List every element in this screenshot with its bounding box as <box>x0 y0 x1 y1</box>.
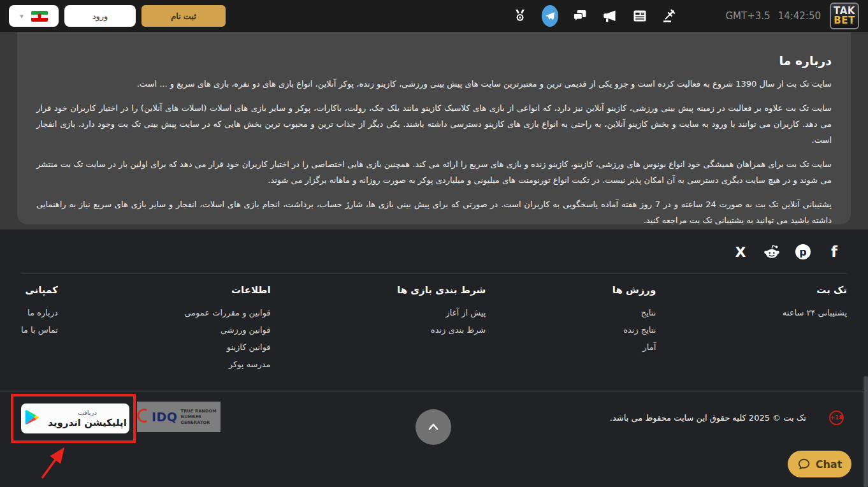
about-card: درباره ما سایت تک بت از سال 1390 شروع به… <box>17 32 851 224</box>
medal-icon[interactable] <box>512 8 528 24</box>
register-button[interactable]: ثبت نام <box>141 5 226 27</box>
top-navigation-bar: ▾ ورود ثبت نام <box>0 0 868 32</box>
scrollbar-thumb[interactable] <box>864 376 868 487</box>
topbar-right-cluster: GMT+3.5 14:42:50 TAK BET <box>512 3 859 29</box>
copyright-row: تک بت © 2025 کلیه حقوق این سایت محفوظ می… <box>610 410 844 425</box>
about-paragraph: سایت تک بت برای همراهان همیشگی خود انواع… <box>36 156 832 188</box>
column-title: شرط بندی بازی ها <box>397 284 486 296</box>
footer-link-live-results[interactable]: نتایج زنده <box>612 321 656 338</box>
about-paragraph: سایت تک بت از سال 1390 شروع به فعالیت کر… <box>36 76 832 92</box>
messages-icon[interactable] <box>572 8 588 24</box>
chevron-up-icon <box>424 418 442 436</box>
idq-logo-text: IDQ <box>152 410 178 424</box>
chat-bubble-icon <box>797 458 811 471</box>
footer-link-results[interactable]: نتایج <box>612 304 656 321</box>
clock: GMT+3.5 14:42:50 <box>725 10 821 22</box>
language-selector[interactable]: ▾ <box>9 5 59 27</box>
iran-flag-icon <box>31 11 48 22</box>
footer-divider-bottom <box>0 391 868 391</box>
footer-column-sports: ورزش ها نتایج نتایج زنده آمار <box>612 284 656 373</box>
column-title: ورزش ها <box>612 284 656 296</box>
footer-link-stats[interactable]: آمار <box>612 338 656 356</box>
x-twitter-icon[interactable]: X <box>732 244 749 260</box>
footer-divider-top <box>21 273 847 274</box>
logo-text-bottom: BET <box>834 16 855 25</box>
footer-link-live-betting[interactable]: شرط بندی زنده <box>397 321 486 338</box>
footer-link-contact-us[interactable]: تماس با ما <box>21 321 58 338</box>
about-paragraph: سایت تک بت علاوه بر فعالیت در زمینه پیش … <box>36 100 832 148</box>
facebook-icon[interactable]: f <box>826 244 843 260</box>
telegram-circle <box>542 5 558 27</box>
login-button[interactable]: ورود <box>64 5 136 27</box>
footer-link-poker-school[interactable]: مدرسه پوکر <box>184 356 270 373</box>
pinterest-icon[interactable]: p <box>795 244 811 260</box>
betslip-icon[interactable] <box>632 8 648 24</box>
age-18-badge: +18 <box>829 411 844 425</box>
footer-column-takbet: تک بت پشتیبانی ۲۴ ساعته <box>783 284 847 373</box>
idq-arc-icon <box>137 407 148 426</box>
android-app-label: دریافت اپلیکیشن اندروید <box>48 409 127 428</box>
auction-icon[interactable] <box>662 8 678 24</box>
footer-link-about-us[interactable]: درباره ما <box>21 304 58 321</box>
google-play-icon <box>24 409 41 428</box>
page-title: درباره ما <box>36 54 832 68</box>
time-value: 14:42:50 <box>778 10 821 22</box>
flag-emblem <box>38 14 41 18</box>
takbet-logo[interactable]: TAK BET <box>830 3 859 29</box>
footer-link-sports-rules[interactable]: قوانین ورزشی <box>184 321 270 338</box>
chat-button-label: Chat <box>816 458 843 470</box>
footer-column-company: کمپانی درباره ما تماس با ما <box>21 284 58 373</box>
idq-caption: TRUE RANDOM NUMBER GENERATOR <box>181 409 221 426</box>
about-paragraph: پشتیبانی آنلاین تک بت به صورت 24 ساعته و… <box>36 196 832 224</box>
annotation-arrow <box>33 442 74 483</box>
column-title: اطلاعات <box>184 284 270 296</box>
idq-certification-badge[interactable]: IDQ TRUE RANDOM NUMBER GENERATOR <box>137 402 221 432</box>
footer-link-support[interactable]: پشتیبانی ۲۴ ساعته <box>783 304 847 321</box>
annotation-highlight-box: دریافت اپلیکیشن اندروید <box>11 394 136 443</box>
topbar-icon-menu <box>512 8 678 24</box>
scroll-to-top-button[interactable] <box>416 409 451 445</box>
footer-link-columns: تک بت پشتیبانی ۲۴ ساعته ورزش ها نتایج نت… <box>21 284 847 373</box>
chat-button[interactable]: Chat <box>788 451 851 477</box>
social-links: X p f <box>732 244 843 260</box>
auth-controls: ▾ ورود ثبت نام <box>9 5 226 27</box>
chevron-down-icon: ▾ <box>20 12 24 20</box>
footer-link-general-rules[interactable]: قوانین و مقررات عمومی <box>184 304 270 321</box>
telegram-icon[interactable] <box>542 8 558 24</box>
footer-column-betting: شرط بندی بازی ها پیش از آغاز شرط بندی زن… <box>397 284 486 373</box>
megaphone-icon[interactable] <box>602 8 618 24</box>
footer: X p f تک بت پشتیبانی ۲۴ ساعته <box>0 229 868 487</box>
reddit-icon[interactable] <box>763 244 780 260</box>
android-app-download-button[interactable]: دریافت اپلیکیشن اندروید <box>21 403 129 433</box>
footer-link-prematch[interactable]: پیش از آغاز <box>397 304 486 321</box>
copyright-text: تک بت © 2025 کلیه حقوق این سایت محفوظ می… <box>610 413 806 423</box>
column-title: تک بت <box>783 284 847 296</box>
footer-column-information: اطلاعات قوانین و مقررات عمومی قوانین ورز… <box>184 284 270 373</box>
column-title: کمپانی <box>21 284 58 296</box>
footer-link-casino-rules[interactable]: قوانین کازینو <box>184 338 270 356</box>
timezone-label: GMT+3.5 <box>725 10 770 22</box>
